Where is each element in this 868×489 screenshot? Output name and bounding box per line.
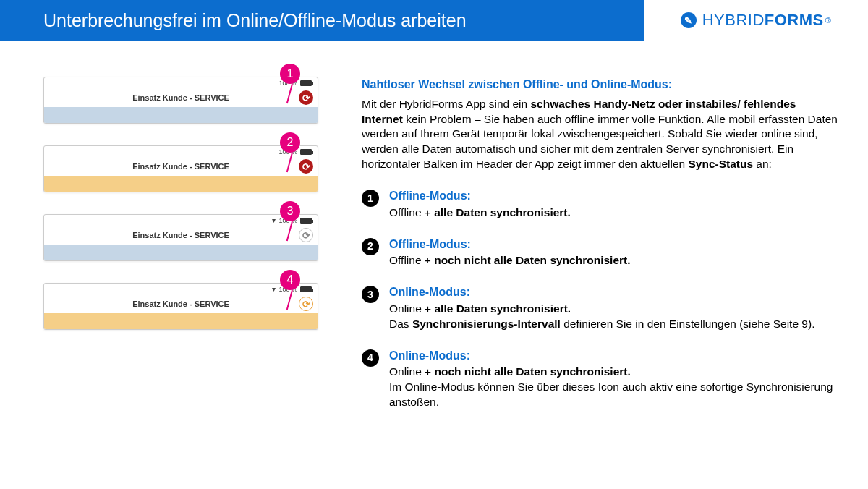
example-number-badge: 2: [280, 132, 300, 153]
item-title: Offline-Modus:: [389, 188, 571, 204]
sync-status-bar: [44, 244, 318, 260]
app-title-text: Einsatz Kunde - SERVICE: [132, 231, 229, 239]
example-4: 4▾100 %Einsatz Kunde - SERVICE⟳: [43, 283, 318, 330]
item-number-badge: 4: [362, 349, 379, 367]
sync-icon[interactable]: ⟳: [299, 228, 313, 242]
item-number-badge: 1: [362, 190, 379, 207]
item-body: Online + noch nicht alle Daten synchroni…: [389, 365, 839, 380]
sync-icon[interactable]: ⟳: [299, 90, 313, 105]
brand-logo-text-bold: FORMS: [765, 11, 824, 30]
item-body: Online + alle Daten synchronisiert.: [389, 302, 814, 317]
wifi-icon: ▾: [272, 285, 276, 293]
example-number-badge: 4: [280, 270, 300, 290]
main-content: 1100 %Einsatz Kunde - SERVICE⟳2100 %Eins…: [0, 41, 868, 441]
item-text: Offline-Modus:Offline + noch nicht alle …: [389, 237, 631, 269]
item-text: Offline-Modus:Offline + alle Daten synch…: [389, 188, 571, 221]
status-bar: ▾100 %: [44, 215, 318, 226]
sync-icon[interactable]: ⟳: [299, 297, 313, 311]
sync-status-bar: [44, 107, 318, 123]
intro-heading: Nahtloser Wechsel zwischen Offline- und …: [362, 77, 839, 93]
example-number-badge: 1: [280, 64, 300, 84]
app-title-row: Einsatz Kunde - SERVICE⟳: [44, 157, 318, 176]
item-text: Online-Modus:Online + noch nicht alle Da…: [389, 348, 839, 410]
battery-icon: [300, 286, 312, 292]
page-title: Unterbrechungsfrei im Online/Offline-Mod…: [43, 10, 467, 31]
item-title: Online-Modus:: [389, 284, 814, 300]
phone-mockup: ▾100 %Einsatz Kunde - SERVICE⟳: [43, 283, 318, 330]
phone-mockup: 100 %Einsatz Kunde - SERVICE⟳: [43, 77, 318, 124]
app-title-row: Einsatz Kunde - SERVICE⟳: [44, 88, 318, 107]
item-extra: Im Online-Modus können Sie über dieses I…: [389, 380, 839, 410]
battery-icon: [300, 218, 312, 224]
explanation-item-4: 4Online-Modus:Online + noch nicht alle D…: [362, 348, 839, 410]
app-title-row: Einsatz Kunde - SERVICE⟳: [44, 226, 318, 244]
app-title-text: Einsatz Kunde - SERVICE: [132, 93, 229, 102]
brand-logo-icon: ✎: [681, 12, 697, 28]
app-title-text: Einsatz Kunde - SERVICE: [132, 299, 229, 308]
phone-mockup: ▾100 %Einsatz Kunde - SERVICE⟳: [43, 214, 318, 261]
item-title: Online-Modus:: [389, 348, 839, 364]
status-bar: ▾100 %: [44, 284, 318, 294]
item-title: Offline-Modus:: [389, 237, 631, 252]
item-number-badge: 3: [362, 286, 379, 303]
sync-status-bar: [44, 313, 318, 329]
explanation-column: Nahtloser Wechsel zwischen Offline- und …: [362, 77, 839, 426]
explanation-item-1: 1Offline-Modus:Offline + alle Daten sync…: [362, 188, 839, 221]
phone-mockup: 100 %Einsatz Kunde - SERVICE⟳: [43, 145, 318, 192]
item-text: Online-Modus:Online + alle Daten synchro…: [389, 284, 814, 331]
item-extra: Das Synchronisierungs-Intervall definier…: [389, 317, 814, 332]
item-number-badge: 2: [362, 238, 379, 255]
app-title-text: Einsatz Kunde - SERVICE: [132, 162, 229, 171]
battery-icon: [300, 149, 312, 155]
sync-status-bar: [44, 176, 318, 192]
examples-column: 1100 %Einsatz Kunde - SERVICE⟳2100 %Eins…: [43, 77, 318, 426]
example-3: 3▾100 %Einsatz Kunde - SERVICE⟳: [43, 214, 318, 261]
wifi-icon: ▾: [272, 216, 276, 224]
example-1: 1100 %Einsatz Kunde - SERVICE⟳: [43, 77, 318, 124]
battery-icon: [300, 80, 312, 86]
item-body: Offline + alle Daten synchronisiert.: [389, 205, 571, 221]
explanation-item-3: 3Online-Modus:Online + alle Daten synchr…: [362, 284, 839, 331]
example-2: 2100 %Einsatz Kunde - SERVICE⟳: [43, 145, 318, 192]
sync-icon[interactable]: ⟳: [299, 159, 313, 174]
item-body: Offline + noch nicht alle Daten synchron…: [389, 253, 631, 268]
explanation-item-2: 2Offline-Modus:Offline + noch nicht alle…: [362, 237, 839, 269]
brand-logo-reg: ®: [825, 16, 832, 25]
status-bar: 100 %: [44, 146, 318, 157]
example-number-badge: 3: [280, 201, 300, 221]
brand-logo-text-light: HYBRID: [702, 11, 765, 30]
app-title-row: Einsatz Kunde - SERVICE⟳: [44, 294, 318, 313]
status-bar: 100 %: [44, 77, 318, 88]
page-header: Unterbrechungsfrei im Online/Offline-Mod…: [0, 0, 868, 41]
intro-body: Mit der HybridForms App sind ein schwach…: [362, 97, 839, 173]
brand-logo: ✎ HYBRIDFORMS®: [644, 0, 868, 41]
